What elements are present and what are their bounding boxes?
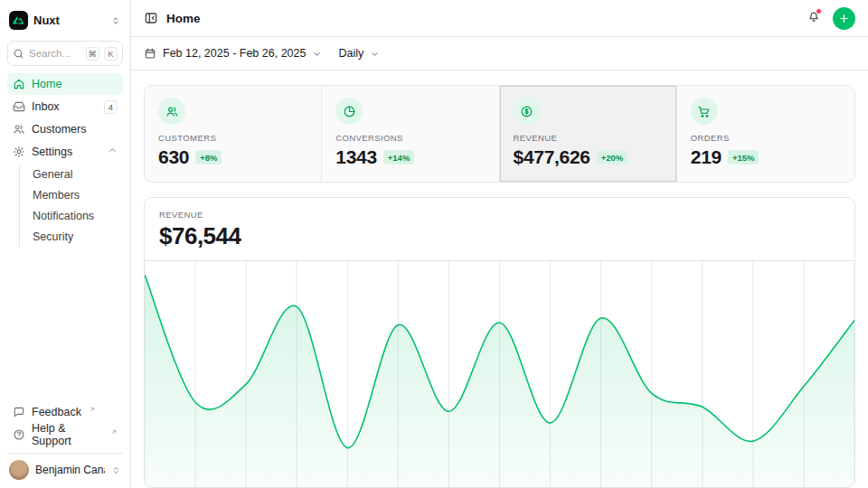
sidebar: Nuxt ⌘ K Home Inb bbox=[0, 0, 131, 488]
arrow-up-right-icon bbox=[89, 403, 96, 416]
top-header: Home bbox=[131, 0, 868, 37]
revenue-chart-svg: 14 Feb16 Feb18 Feb20 Feb22 Feb24 Feb bbox=[145, 261, 854, 488]
dashboard-content: CUSTOMERS 630 +8% CONVERSIONS 1343 +14% bbox=[131, 70, 868, 488]
sidebar-subitem-label: Members bbox=[33, 189, 80, 202]
app-window: Nuxt ⌘ K Home Inb bbox=[0, 0, 868, 488]
sidebar-item-label: Home bbox=[32, 78, 61, 90]
granularity-select[interactable]: Daily bbox=[338, 47, 380, 60]
arrow-up-right-icon bbox=[110, 426, 118, 438]
workspace-switcher[interactable]: Nuxt bbox=[7, 7, 123, 33]
topbar-actions bbox=[807, 7, 855, 30]
search-box: ⌘ K bbox=[7, 41, 123, 66]
users-icon bbox=[13, 123, 25, 136]
revenue-chart-card: REVENUE $76,544 14 Feb16 Feb18 Feb20 Feb… bbox=[144, 197, 855, 488]
sidebar-item-security[interactable]: Security bbox=[27, 227, 123, 247]
sidebar-item-inbox[interactable]: Inbox 4 bbox=[7, 96, 123, 117]
revenue-chart: 14 Feb16 Feb18 Feb20 Feb22 Feb24 Feb bbox=[145, 261, 854, 488]
chart-metric-label: REVENUE bbox=[159, 210, 840, 220]
date-range-label: Feb 12, 2025 - Feb 26, 2025 bbox=[163, 47, 306, 60]
stat-label: CUSTOMERS bbox=[158, 133, 307, 143]
stat-value: 630 bbox=[158, 146, 189, 168]
sidebar-subitem-label: General bbox=[33, 168, 72, 181]
inbox-icon bbox=[13, 100, 25, 113]
nuxt-logo-icon bbox=[9, 11, 28, 30]
sidebar-item-label: Customers bbox=[32, 123, 86, 136]
sidebar-item-settings[interactable]: Settings bbox=[7, 141, 123, 163]
stat-delta-badge: +15% bbox=[728, 150, 760, 164]
sidebar-item-label: Inbox bbox=[32, 100, 60, 113]
sidebar-subitem-label: Security bbox=[33, 230, 73, 243]
chart-metric-value: $76,544 bbox=[159, 222, 840, 250]
sidebar-item-notifications[interactable]: Notifications bbox=[27, 206, 123, 226]
stat-delta-badge: +20% bbox=[597, 150, 628, 164]
stat-label: REVENUE bbox=[514, 133, 663, 143]
search-icon bbox=[13, 48, 24, 60]
stat-label: ORDERS bbox=[691, 133, 841, 143]
stat-card-orders[interactable]: ORDERS 219 +15% bbox=[677, 86, 854, 182]
sidebar-item-home[interactable]: Home bbox=[7, 73, 123, 95]
notification-dot bbox=[816, 8, 822, 14]
search-input[interactable] bbox=[29, 48, 81, 59]
stat-delta-badge: +8% bbox=[195, 150, 222, 164]
chevron-down-icon bbox=[370, 49, 380, 59]
chart-header: REVENUE $76,544 bbox=[145, 198, 854, 261]
pie-chart-icon bbox=[335, 98, 363, 125]
sidebar-subitem-label: Notifications bbox=[33, 210, 94, 222]
stat-card-conversions[interactable]: CONVERSIONS 1343 +14% bbox=[322, 86, 499, 182]
chevron-up-icon bbox=[108, 145, 118, 158]
panel-left-icon[interactable] bbox=[144, 11, 158, 25]
stats-row: CUSTOMERS 630 +8% CONVERSIONS 1343 +14% bbox=[144, 85, 855, 183]
sidebar-footer: Feedback Help & Support Benjamin Canac bbox=[7, 401, 123, 481]
workspace-name: Nuxt bbox=[33, 14, 105, 27]
gear-icon bbox=[13, 145, 25, 158]
sidebar-item-general[interactable]: General bbox=[27, 164, 123, 184]
plus-icon bbox=[838, 13, 850, 24]
message-icon bbox=[13, 406, 25, 418]
calendar-icon bbox=[144, 47, 156, 60]
sidebar-item-members[interactable]: Members bbox=[27, 185, 123, 205]
dollar-circle-icon bbox=[514, 98, 541, 125]
kbd-meta: ⌘ bbox=[86, 47, 100, 61]
granularity-label: Daily bbox=[338, 47, 363, 60]
sidebar-item-label: Settings bbox=[32, 145, 72, 158]
chevrons-up-down-icon bbox=[111, 465, 121, 475]
add-button[interactable] bbox=[833, 7, 855, 30]
stat-value: 1343 bbox=[335, 146, 377, 168]
filter-toolbar: Feb 12, 2025 - Feb 26, 2025 Daily bbox=[131, 37, 868, 70]
stat-label: CONVERSIONS bbox=[335, 133, 485, 143]
help-support-link[interactable]: Help & Support bbox=[7, 424, 123, 446]
footer-link-label: Feedback bbox=[32, 406, 81, 418]
user-menu[interactable]: Benjamin Canac bbox=[7, 453, 123, 481]
inbox-count-badge: 4 bbox=[104, 100, 118, 114]
stat-card-revenue[interactable]: REVENUE $477,626 +20% bbox=[500, 86, 677, 182]
cart-icon bbox=[691, 98, 718, 125]
page-title: Home bbox=[166, 12, 201, 25]
users-icon bbox=[158, 98, 185, 125]
avatar bbox=[9, 460, 29, 480]
chevrons-up-down-icon bbox=[110, 15, 121, 26]
stat-value: 219 bbox=[691, 146, 722, 168]
kbd-k: K bbox=[104, 47, 118, 61]
help-circle-icon bbox=[13, 428, 25, 441]
chevron-down-icon bbox=[312, 49, 322, 59]
stat-value: $477,626 bbox=[514, 146, 590, 168]
date-range-picker[interactable]: Feb 12, 2025 - Feb 26, 2025 bbox=[144, 47, 322, 60]
user-name: Benjamin Canac bbox=[35, 464, 105, 476]
home-icon bbox=[13, 78, 25, 90]
settings-submenu: General Members Notifications Security bbox=[19, 164, 123, 247]
stat-delta-badge: +14% bbox=[383, 150, 415, 164]
sidebar-item-customers[interactable]: Customers bbox=[7, 118, 123, 140]
stat-card-customers[interactable]: CUSTOMERS 630 +8% bbox=[145, 86, 322, 182]
feedback-link[interactable]: Feedback bbox=[7, 401, 123, 423]
notifications-button[interactable] bbox=[807, 9, 821, 27]
sidebar-nav: Home Inbox 4 Customers Settings bbox=[7, 73, 123, 248]
main-panel: Home Feb 12, 2 bbox=[131, 0, 868, 488]
footer-link-label: Help & Support bbox=[32, 422, 103, 447]
